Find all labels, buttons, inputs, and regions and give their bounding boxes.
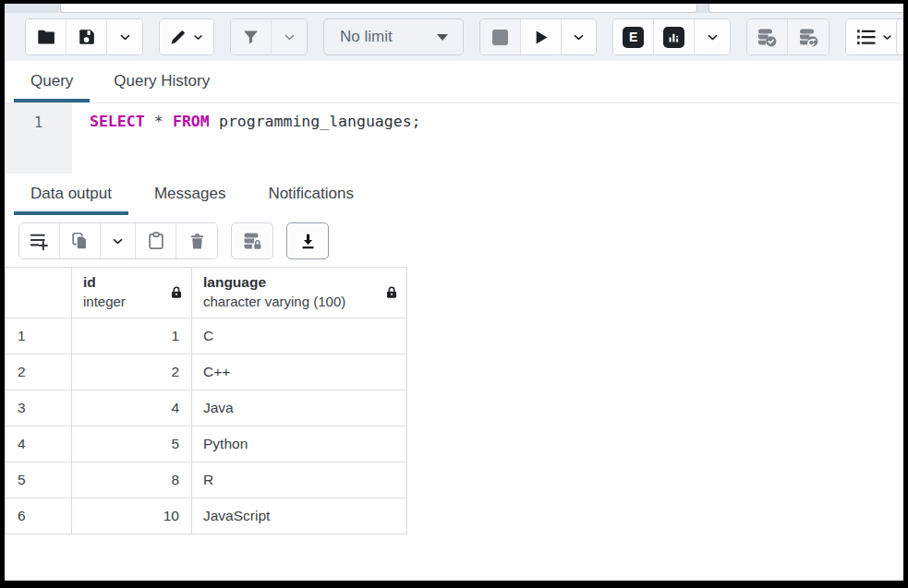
column-header-language[interactable]: language character varying (100)	[192, 268, 407, 318]
stop-icon	[492, 30, 508, 45]
cell-id[interactable]: 2	[72, 354, 192, 390]
caret-down-icon	[437, 34, 448, 41]
column-type: integer	[83, 293, 126, 311]
save-icon	[77, 27, 97, 47]
cell-language[interactable]: C	[192, 318, 407, 354]
open-file-icon	[36, 27, 56, 47]
download-results-button[interactable]	[286, 222, 329, 259]
sql-editor[interactable]: 1 SELECT*FROMprogramming_languages;	[5, 103, 903, 174]
chevron-down-icon	[111, 234, 125, 248]
row-number[interactable]: 3	[6, 390, 72, 426]
explain-icon: E	[623, 27, 644, 48]
edit-icon	[168, 28, 188, 47]
execute-icon	[531, 28, 551, 47]
row-number[interactable]: 6	[6, 498, 72, 534]
screenshot-frame: No limit E	[0, 0, 908, 588]
sql-keyword: SELECT	[90, 113, 145, 130]
query-toolbar: No limit E	[5, 13, 903, 61]
cell-language[interactable]: Java	[192, 390, 407, 426]
add-row-button[interactable]	[19, 223, 60, 258]
column-name: id	[83, 273, 126, 293]
copy-button[interactable]	[60, 223, 101, 258]
results-toolbar	[5, 215, 903, 267]
results-table: id integer language charact	[5, 267, 407, 534]
explain-analyze-button[interactable]	[654, 19, 695, 54]
transaction-button-group	[746, 18, 830, 55]
add-row-icon	[29, 231, 50, 252]
chevron-down-icon	[572, 30, 586, 44]
tab-query[interactable]: Query	[14, 63, 90, 102]
cell-language[interactable]: JavaScript	[192, 498, 407, 534]
explain-button-group: E	[612, 18, 731, 55]
explain-button[interactable]: E	[613, 19, 654, 54]
delete-icon	[188, 232, 207, 251]
sql-operator: *	[154, 113, 163, 130]
cell-id[interactable]: 5	[72, 426, 192, 462]
execute-menu-button[interactable]	[562, 19, 597, 54]
data-output-panel: id integer language charact	[5, 267, 903, 581]
tab-notifications[interactable]: Notifications	[251, 175, 370, 215]
copy-menu-button[interactable]	[101, 223, 136, 258]
cell-language[interactable]: C++	[192, 354, 407, 390]
row-number[interactable]: 2	[6, 354, 72, 390]
row-limit-value: No limit	[340, 28, 393, 46]
delete-row-button[interactable]	[176, 223, 217, 258]
tab-query-history[interactable]: Query History	[97, 63, 226, 102]
output-tab-bar: Data output Messages Notifications	[5, 174, 903, 215]
macros-button-group	[845, 18, 903, 55]
table-header-row: id integer language charact	[6, 268, 407, 318]
row-number[interactable]: 5	[6, 462, 72, 498]
commit-button[interactable]	[747, 19, 789, 54]
execute-button[interactable]	[521, 19, 562, 54]
sql-keyword: FROM	[173, 113, 210, 130]
file-button-group	[25, 18, 143, 55]
row-number[interactable]: 4	[6, 426, 72, 462]
chevron-down-icon	[118, 30, 132, 44]
execute-button-group	[479, 18, 598, 55]
rollback-icon	[797, 26, 819, 48]
filter-menu-button[interactable]	[272, 19, 307, 54]
save-data-changes-button[interactable]	[231, 222, 273, 259]
row-number[interactable]: 1	[6, 318, 72, 354]
filter-button-group	[230, 18, 308, 55]
open-file-button[interactable]	[26, 19, 67, 54]
tab-data-output[interactable]: Data output	[14, 175, 128, 215]
rollback-button[interactable]	[788, 19, 829, 54]
query-tool-window: No limit E	[5, 4, 903, 581]
cell-id[interactable]: 10	[72, 498, 192, 534]
row-limit-select[interactable]: No limit	[323, 18, 464, 55]
save-menu-button[interactable]	[107, 19, 142, 54]
cell-language[interactable]: R	[192, 462, 407, 498]
chevron-down-icon	[881, 31, 893, 43]
editor-gutter: 1	[5, 103, 72, 174]
cell-id[interactable]: 4	[72, 390, 192, 426]
table-row: 2 2 C++	[6, 354, 407, 390]
select-all-header[interactable]	[6, 268, 72, 318]
sql-identifier: programming_languages;	[219, 113, 421, 130]
cell-id[interactable]: 8	[72, 462, 192, 498]
edit-button-group	[159, 18, 215, 55]
column-header-id[interactable]: id integer	[72, 268, 192, 318]
sql-code-line[interactable]: SELECT*FROMprogramming_languages;	[72, 103, 903, 174]
table-row: 4 5 Python	[6, 426, 407, 462]
explain-menu-button[interactable]	[695, 19, 730, 54]
macros-button[interactable]	[846, 19, 902, 54]
column-name: language	[203, 273, 345, 293]
connection-control-partial	[708, 4, 903, 13]
stop-button[interactable]	[480, 19, 521, 54]
table-row: 3 4 Java	[6, 390, 407, 426]
commit-icon	[756, 26, 778, 48]
lock-icon	[169, 285, 184, 300]
edit-button[interactable]	[160, 19, 214, 54]
tab-messages[interactable]: Messages	[138, 175, 242, 215]
copy-icon	[70, 231, 91, 251]
connection-selector-partial	[60, 4, 697, 13]
cell-id[interactable]: 1	[72, 318, 192, 354]
filter-icon	[241, 28, 260, 47]
cell-language[interactable]: Python	[192, 426, 407, 462]
paste-button[interactable]	[136, 223, 176, 258]
filter-button[interactable]	[231, 19, 272, 54]
toolbar-overflow-button-partial[interactable]	[896, 18, 903, 55]
save-button[interactable]	[67, 19, 107, 54]
macros-icon	[855, 27, 877, 48]
